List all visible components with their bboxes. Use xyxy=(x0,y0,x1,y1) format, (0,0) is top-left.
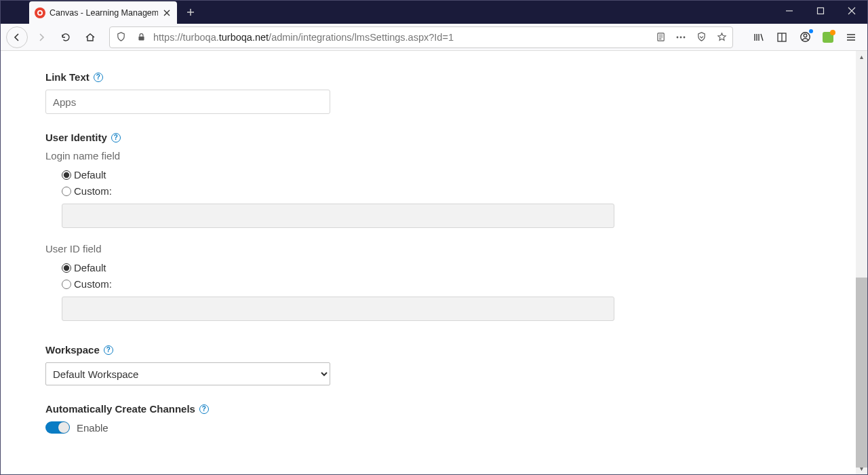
pocket-icon[interactable] xyxy=(693,29,709,45)
help-icon[interactable]: ? xyxy=(111,133,121,142)
auto-channels-toggle-label: Enable xyxy=(77,422,108,434)
section-auto-channels: Automatically Create Channels ? Enable xyxy=(45,403,867,434)
user-id-custom-input xyxy=(62,297,614,321)
browser-tab[interactable]: Canvas - Learning Managemen xyxy=(29,1,177,24)
scrollbar[interactable]: ▴ ▾ xyxy=(856,51,867,474)
help-icon[interactable]: ? xyxy=(199,404,209,414)
url-bar[interactable]: https://turboqa.turboqa.net/admin/integr… xyxy=(109,26,733,48)
help-icon[interactable]: ? xyxy=(94,73,103,82)
minimize-button[interactable] xyxy=(774,1,805,21)
svg-point-6 xyxy=(680,36,682,38)
extension-icon[interactable] xyxy=(817,26,839,48)
window-close-button[interactable] xyxy=(836,1,867,21)
maximize-button[interactable] xyxy=(805,1,836,21)
reader-icon[interactable] xyxy=(652,29,669,45)
help-icon[interactable]: ? xyxy=(104,345,113,355)
link-text-input[interactable] xyxy=(45,90,330,114)
tab-favicon xyxy=(35,7,45,18)
login-name-default-radio[interactable]: Default xyxy=(62,167,867,183)
user-id-custom-radio[interactable]: Custom: xyxy=(62,276,867,292)
back-button[interactable] xyxy=(6,26,28,48)
shield-icon[interactable] xyxy=(113,29,129,45)
login-name-custom-input xyxy=(62,204,614,228)
forward-button[interactable] xyxy=(31,26,52,48)
svg-point-1 xyxy=(39,11,41,14)
workspace-select[interactable]: Default Workspace xyxy=(45,362,330,385)
close-icon[interactable] xyxy=(162,8,172,18)
auto-channels-toggle[interactable] xyxy=(45,421,70,434)
section-user-identity: User Identity ? Login name field Default… xyxy=(45,132,867,321)
login-name-custom-radio[interactable]: Custom: xyxy=(62,183,867,200)
svg-rect-2 xyxy=(818,8,824,14)
user-id-label: User ID field xyxy=(45,243,867,254)
svg-point-5 xyxy=(677,36,679,38)
meatball-icon[interactable] xyxy=(673,29,689,45)
reload-button[interactable] xyxy=(55,26,77,48)
link-text-label: Link Text xyxy=(45,71,90,83)
scroll-up-icon[interactable]: ▴ xyxy=(856,51,867,62)
login-name-label: Login name field xyxy=(45,150,867,162)
page-content: Link Text ? User Identity ? Login name f… xyxy=(1,51,867,474)
scroll-down-icon[interactable]: ▾ xyxy=(856,463,867,474)
auto-channels-label: Automatically Create Channels xyxy=(45,403,195,415)
section-link-text: Link Text ? xyxy=(45,71,867,114)
bookmark-icon[interactable] xyxy=(713,29,730,45)
home-button[interactable] xyxy=(79,26,101,48)
library-icon[interactable] xyxy=(748,26,770,48)
user-identity-label: User Identity xyxy=(45,132,107,143)
workspace-label: Workspace xyxy=(45,344,100,356)
svg-point-7 xyxy=(684,36,686,38)
lock-icon[interactable] xyxy=(133,29,149,45)
section-workspace: Workspace ? Default Workspace xyxy=(45,344,867,385)
account-icon[interactable] xyxy=(794,26,816,48)
browser-titlebar: Canvas - Learning Managemen xyxy=(1,1,867,24)
svg-point-10 xyxy=(804,34,807,37)
user-id-default-radio[interactable]: Default xyxy=(62,260,867,276)
svg-rect-3 xyxy=(138,37,144,41)
sidebar-icon[interactable] xyxy=(771,26,793,48)
new-tab-button[interactable] xyxy=(181,3,200,22)
window-controls xyxy=(774,1,867,24)
url-text: https://turboqa.turboqa.net/admin/integr… xyxy=(153,32,648,43)
page-viewport: Link Text ? User Identity ? Login name f… xyxy=(1,51,867,474)
scrollbar-thumb[interactable] xyxy=(856,278,867,468)
tab-title: Canvas - Learning Managemen xyxy=(50,8,158,18)
browser-toolbar: https://turboqa.turboqa.net/admin/integr… xyxy=(1,24,867,51)
hamburger-menu-icon[interactable] xyxy=(840,26,862,48)
